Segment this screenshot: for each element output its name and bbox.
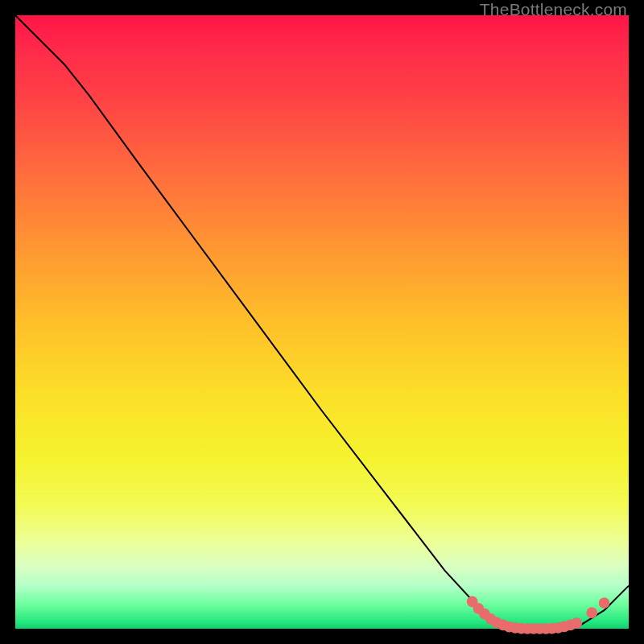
chart-stage: TheBottleneck.com bbox=[0, 0, 644, 644]
data-marker bbox=[586, 607, 597, 618]
data-marker bbox=[599, 597, 610, 609]
curve-path bbox=[15, 15, 629, 629]
chart-svg bbox=[15, 15, 629, 629]
marker-group bbox=[467, 597, 610, 634]
plot-area bbox=[15, 15, 629, 629]
data-marker bbox=[571, 617, 582, 629]
